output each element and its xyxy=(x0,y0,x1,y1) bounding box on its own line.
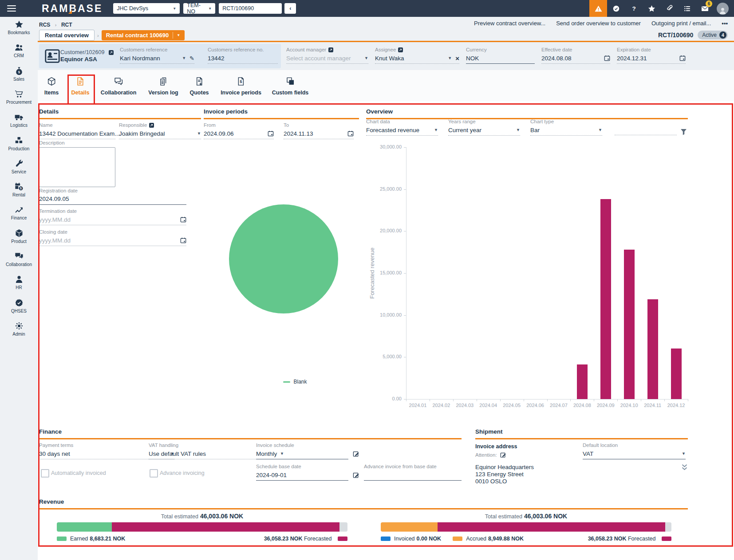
tab-details[interactable]: Details xyxy=(71,76,90,96)
sidebar-item-production[interactable]: Production xyxy=(0,136,38,158)
chevron-down-icon[interactable]: ▼ xyxy=(516,128,520,132)
send-order-overview-link[interactable]: Send order overview to customer xyxy=(556,20,641,27)
tab-items[interactable]: Items xyxy=(44,76,59,96)
mail-icon[interactable]: 6 xyxy=(696,0,714,17)
header-actions: Preview contract overview... Send order … xyxy=(474,20,728,27)
chart-filter-field[interactable] xyxy=(615,134,677,135)
sidebar-item-sales[interactable]: $Sales xyxy=(0,66,38,88)
sidebar-item-product[interactable]: Product xyxy=(0,228,38,251)
chevron-down-icon[interactable]: ▼ xyxy=(682,451,686,456)
document-search-input[interactable]: RCT/100690 xyxy=(219,3,282,14)
sidebar-item-hr[interactable]: HR xyxy=(0,274,38,297)
bar-2024.09[interactable] xyxy=(600,199,611,399)
hamburger-menu-icon[interactable] xyxy=(7,5,16,12)
registration-date-value[interactable]: 2024.09.05 xyxy=(39,196,69,202)
invoice-to-field: To 2024.11.13 xyxy=(284,122,354,139)
module-select[interactable]: TEM-NO▼ xyxy=(183,3,215,14)
invoiced-legend: Invoiced0.00 NOK xyxy=(381,536,441,542)
sidebar-item-rental[interactable]: $Rental xyxy=(0,182,38,204)
chevron-down-icon[interactable]: ▼ xyxy=(448,56,452,60)
edit-note-icon[interactable] xyxy=(353,472,359,478)
sidebar-item-finance[interactable]: Finance xyxy=(0,205,38,227)
calendar-icon[interactable] xyxy=(347,130,354,137)
favorites-icon[interactable] xyxy=(643,0,660,17)
chevron-down-icon[interactable]: ▼ xyxy=(434,128,438,132)
system-select[interactable]: JHC DevSys▼ xyxy=(113,3,180,14)
person-icon xyxy=(14,274,24,284)
more-actions-button[interactable]: ••• xyxy=(722,20,728,27)
status-badge[interactable]: Active 4 xyxy=(698,31,728,39)
preview-contract-overview-link[interactable]: Preview contract overview... xyxy=(474,20,545,27)
automatically-invoiced-checkbox[interactable] xyxy=(41,469,49,478)
contact-card-icon xyxy=(45,49,60,63)
user-avatar[interactable] xyxy=(714,0,731,17)
chevron-down-icon[interactable]: ▼ xyxy=(197,131,201,136)
tab-rental-contract[interactable]: Rental contract 100690 ▼ xyxy=(102,30,185,40)
pie-chart[interactable] xyxy=(229,204,338,313)
invoice-periods-section-heading: Invoice periods xyxy=(204,108,248,115)
back-button[interactable]: ‹ xyxy=(284,3,296,14)
help-icon[interactable]: ? xyxy=(625,0,643,17)
tab-collaboration[interactable]: Collaboration xyxy=(101,76,137,96)
revenue-invoiced-group: Total estimated46,003.06 NOK Invoiced0.0… xyxy=(381,513,671,542)
breadcrumb-rcs[interactable]: RCS xyxy=(39,22,50,28)
chat-icon xyxy=(114,76,124,86)
sidebar-item-crm[interactable]: CRM xyxy=(0,43,38,65)
attachment-icon[interactable] xyxy=(660,0,678,17)
outgoing-print-email-link[interactable]: Outgoing print / email... xyxy=(651,20,711,27)
sidebar-item-procurement[interactable]: Procurement xyxy=(0,89,38,111)
chevron-down-icon[interactable]: ▼ xyxy=(598,128,602,132)
alert-icon[interactable] xyxy=(589,0,607,17)
pie-legend[interactable]: Blank xyxy=(260,379,331,385)
calendar-icon[interactable] xyxy=(679,55,686,61)
description-textarea[interactable] xyxy=(39,147,115,187)
bar-2024.10[interactable] xyxy=(624,250,635,399)
sidebar-item-service[interactable]: Service xyxy=(0,159,38,181)
chevron-down-icon[interactable]: ▼ xyxy=(364,56,368,60)
calendar-icon[interactable] xyxy=(268,130,274,137)
task-list-icon[interactable] xyxy=(678,0,696,17)
bar-2024.08[interactable] xyxy=(577,364,588,399)
expiration-date-field: Expiration date 2024.12.31 xyxy=(617,47,686,64)
edit-note-icon[interactable] xyxy=(353,450,359,457)
clear-icon[interactable]: × xyxy=(455,55,459,62)
sidebar-item-admin[interactable]: Admin xyxy=(0,321,38,343)
advance-invoicing-checkbox[interactable] xyxy=(150,469,158,478)
gear-icon xyxy=(14,321,24,331)
chevron-down-icon: ▼ xyxy=(173,7,176,11)
tab-quotes[interactable]: Quotes xyxy=(189,76,209,96)
segment-remaining xyxy=(339,522,347,532)
tab-rental-overview[interactable]: Rental overview xyxy=(39,30,95,41)
customer-link[interactable]: Customer/102609 xyxy=(60,48,114,56)
calendar-icon[interactable] xyxy=(604,55,610,61)
breadcrumb-rct[interactable]: RCT xyxy=(61,22,72,28)
calendar-icon[interactable] xyxy=(180,237,186,243)
edit-note-icon[interactable] xyxy=(500,452,506,458)
top-bar: RAMBASE JHC DevSys▼ TEM-NO▼ RCT/100690 ‹… xyxy=(0,0,734,17)
tab-custom-fields[interactable]: Custom fields xyxy=(272,76,309,96)
approval-icon[interactable] xyxy=(607,0,625,17)
sidebar-item-collaboration[interactable]: Collaboration xyxy=(0,251,38,274)
tab-invoice-periods[interactable]: $Invoice periods xyxy=(221,76,261,96)
rambase-logo[interactable]: RAMBASE xyxy=(42,3,103,15)
collapse-chevrons-icon[interactable] xyxy=(681,464,688,471)
sidebar-item-qhses[interactable]: QHSES xyxy=(0,298,38,320)
tab-label: Custom fields xyxy=(272,90,309,96)
filter-icon[interactable] xyxy=(680,129,687,135)
bar-2024.11[interactable] xyxy=(647,299,658,399)
calendar-icon[interactable] xyxy=(180,216,186,223)
sidebar-item-bookmarks[interactable]: Bookmarks xyxy=(0,20,38,42)
x-tick-label: 2024.12 xyxy=(663,403,690,408)
closing-date-field: Closing date yyyy.MM.dd xyxy=(39,229,186,246)
edit-icon[interactable]: ✎ xyxy=(189,55,194,62)
y-tick-label: 30,000.00 xyxy=(362,144,402,149)
automatically-invoiced-label: Automatically invoiced xyxy=(51,470,106,476)
customers-reference-field: Customers reference Kari Nordmann ▼✎ xyxy=(120,47,194,64)
sidebar-item-logistics[interactable]: Logistics xyxy=(0,112,38,134)
tab-version-log[interactable]: Version log xyxy=(148,76,178,96)
chevron-down-icon[interactable]: ▼ xyxy=(182,56,186,60)
external-link-icon xyxy=(109,50,114,55)
revenue-earned-group: Total estimated46,003.06 NOK Earned8,683… xyxy=(57,513,347,542)
address-line: Equinor Headquarters xyxy=(475,464,534,470)
bar-2024.12[interactable] xyxy=(671,349,682,399)
